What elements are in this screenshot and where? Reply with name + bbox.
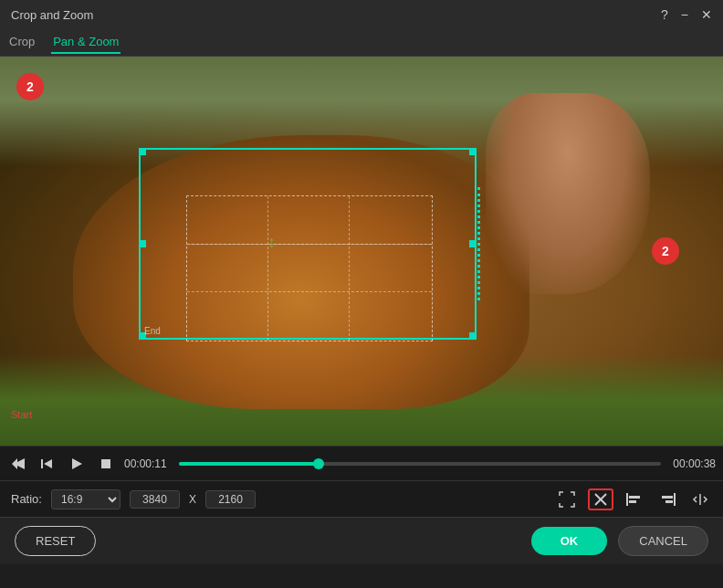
- align-left-button[interactable]: [623, 489, 646, 509]
- current-time: 00:00:11: [124, 457, 172, 470]
- svg-rect-1: [41, 459, 43, 468]
- svg-marker-0: [12, 458, 25, 469]
- progress-fill: [179, 462, 319, 466]
- ratio-select[interactable]: 16:9 4:3 1:1 9:16 Custom: [51, 489, 120, 509]
- back-to-start-button[interactable]: [7, 453, 29, 475]
- svg-rect-4: [101, 459, 110, 468]
- badge-start: 2: [16, 73, 44, 100]
- tab-pan-zoom[interactable]: Pan & Zoom: [51, 31, 120, 54]
- play-button[interactable]: [66, 453, 88, 475]
- badge-end: 2: [652, 237, 679, 265]
- svg-rect-9: [629, 500, 636, 503]
- cancel-button[interactable]: CANCEL: [618, 526, 708, 556]
- titlebar: Crop and Zoom ? − ✕: [0, 0, 723, 29]
- titlebar-controls: ? − ✕: [661, 7, 712, 22]
- reset-button[interactable]: RESET: [15, 526, 96, 556]
- minimize-button[interactable]: −: [681, 7, 688, 22]
- video-preview: 2 2 ↕ End Start: [0, 57, 723, 446]
- svg-rect-7: [626, 493, 628, 506]
- svg-marker-2: [44, 459, 52, 468]
- total-time: 00:00:38: [668, 457, 716, 470]
- ratio-label: Ratio:: [11, 492, 42, 506]
- step-back-button[interactable]: [37, 453, 58, 475]
- video-start-label: Start: [11, 409, 32, 420]
- ok-button[interactable]: OK: [531, 527, 608, 555]
- stop-button[interactable]: [95, 453, 117, 475]
- svg-rect-11: [662, 496, 673, 499]
- tab-bar: Crop Pan & Zoom: [0, 29, 723, 57]
- svg-rect-12: [665, 500, 673, 503]
- video-person: [486, 93, 650, 294]
- window-title: Crop and Zoom: [11, 8, 93, 22]
- svg-marker-3: [72, 458, 82, 469]
- progress-thumb[interactable]: [313, 458, 324, 469]
- res-separator: X: [189, 493, 196, 506]
- align-right-button[interactable]: [655, 489, 679, 509]
- height-input[interactable]: [205, 490, 256, 509]
- svg-rect-8: [629, 496, 640, 499]
- help-button[interactable]: ?: [661, 7, 668, 22]
- crop-fit-button[interactable]: [555, 488, 579, 511]
- flip-button[interactable]: [688, 489, 712, 509]
- close-button[interactable]: ✕: [701, 7, 712, 22]
- options-bar: Ratio: 16:9 4:3 1:1 9:16 Custom X: [0, 480, 723, 517]
- progress-bar[interactable]: [179, 462, 661, 466]
- width-input[interactable]: [130, 490, 180, 509]
- tab-crop[interactable]: Crop: [7, 31, 37, 54]
- crop-reset-button[interactable]: [588, 488, 613, 510]
- playback-controls: 00:00:11 00:00:38: [0, 446, 723, 480]
- svg-rect-10: [674, 493, 676, 506]
- video-subject: [73, 135, 529, 409]
- action-bar: RESET OK CANCEL: [0, 517, 723, 564]
